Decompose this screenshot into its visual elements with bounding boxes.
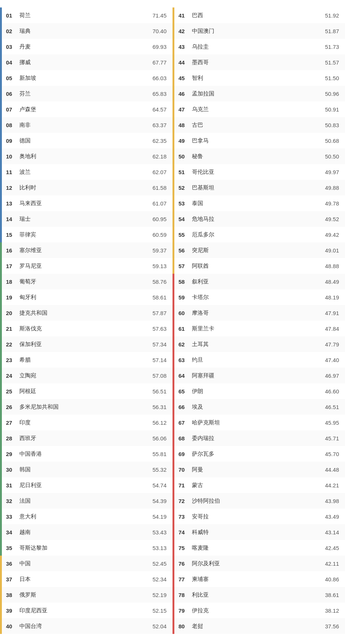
rank-color-bar (0, 383, 2, 399)
rank-number: 24 (6, 373, 19, 379)
score-value: 64.57 (146, 106, 172, 113)
rank-number: 78 (178, 592, 192, 598)
rank-color-bar (0, 336, 2, 352)
table-row: 70 阿曼44.48 (172, 462, 345, 477)
rank-number: 08 (6, 122, 19, 128)
score-value: 51.92 (319, 12, 345, 19)
rank-color-bar (172, 540, 174, 556)
rank-number: 53 (178, 200, 192, 207)
country-name: 摩洛哥 (192, 310, 209, 317)
rank-number: 54 (178, 216, 192, 222)
rank-number: 22 (6, 341, 19, 348)
table-row: 35 哥斯达黎加53.13 (0, 540, 172, 556)
rank-number: 38 (6, 592, 19, 598)
rank-color-bar (172, 556, 174, 571)
rank-number: 64 (178, 373, 192, 379)
score-value: 56.06 (146, 435, 172, 442)
score-value: 69.93 (146, 44, 172, 50)
country-name: 乌克兰 (192, 106, 209, 113)
rank-number: 16 (6, 247, 19, 254)
rank-number: 41 (178, 12, 192, 19)
score-value: 53.13 (146, 545, 172, 551)
rank-number: 65 (178, 388, 192, 395)
score-value: 62.18 (146, 153, 172, 160)
rank-color-bar (0, 415, 2, 430)
rank-number: 56 (178, 247, 192, 254)
table-row: 47 乌克兰50.91 (172, 101, 345, 117)
score-value: 49.78 (319, 200, 345, 207)
rank-color-bar (0, 556, 2, 571)
country-name: 希腊 (19, 356, 31, 364)
rank-color-bar (172, 399, 174, 415)
table-row: 61 斯里兰卡47.84 (172, 321, 345, 336)
score-value: 51.57 (319, 59, 345, 66)
score-value: 46.97 (319, 373, 345, 379)
table-row: 52 巴基斯坦49.88 (172, 180, 345, 195)
country-name: 阿尔及利亚 (192, 560, 220, 567)
rank-number: 28 (6, 435, 19, 442)
rank-number: 39 (6, 607, 19, 614)
table-row: 02 瑞典70.40 (0, 23, 172, 39)
rank-color-bar (172, 180, 174, 195)
score-value: 57.87 (146, 310, 172, 316)
country-name: 葡萄牙 (19, 278, 36, 285)
country-name: 荷兰 (19, 12, 31, 19)
rank-color-bar (0, 587, 2, 603)
rank-color-bar (172, 587, 174, 603)
score-value: 56.51 (146, 388, 172, 395)
rank-color-bar (172, 618, 174, 634)
rank-color-bar (172, 242, 174, 258)
country-name: 伊拉克 (192, 607, 209, 614)
rank-color-bar (0, 430, 2, 446)
rank-number: 55 (178, 232, 192, 238)
rank-number: 18 (6, 279, 19, 285)
table-row: 01 荷兰71.45 (0, 7, 172, 23)
table-row: 58 叙利亚48.49 (172, 274, 345, 289)
rank-color-bar (0, 493, 2, 509)
table-row: 39 印度尼西亚52.15 (0, 603, 172, 618)
country-name: 柬埔寨 (192, 576, 209, 583)
country-name: 安哥拉 (192, 513, 209, 520)
table-row: 62 土耳其47.79 (172, 336, 345, 352)
score-value: 50.91 (319, 106, 345, 113)
score-value: 65.83 (146, 91, 172, 97)
rank-number: 75 (178, 545, 192, 551)
country-name: 卢森堡 (19, 106, 36, 113)
rank-color-bar (0, 54, 2, 70)
rank-number: 50 (178, 153, 192, 160)
country-name: 中国香港 (19, 450, 42, 458)
rank-color-bar (0, 618, 2, 634)
rank-number: 34 (6, 529, 19, 535)
rank-color-bar (172, 430, 174, 446)
rank-number: 13 (6, 200, 19, 207)
rank-number: 20 (6, 310, 19, 316)
table-row: 75 喀麦隆42.45 (172, 540, 345, 556)
rank-color-bar (172, 336, 174, 352)
rank-number: 71 (178, 482, 192, 489)
score-value: 50.96 (319, 91, 345, 97)
country-name: 埃及 (192, 403, 203, 411)
score-value: 62.07 (146, 169, 172, 175)
table-row: 28 西班牙56.06 (0, 430, 172, 446)
table-row: 14 瑞士60.95 (0, 211, 172, 227)
score-value: 48.49 (319, 279, 345, 285)
table-row: 38 俄罗斯52.19 (0, 587, 172, 603)
rank-color-bar (172, 524, 174, 540)
table-row: 54 危地马拉49.52 (172, 211, 345, 227)
score-value: 50.68 (319, 138, 345, 144)
table-row: 08 南非63.37 (0, 117, 172, 133)
country-name: 马来西亚 (19, 200, 42, 207)
table-row: 49 巴拿马50.68 (172, 133, 345, 148)
table-row: 23 希腊57.14 (0, 352, 172, 368)
country-name: 斯洛伐克 (19, 325, 42, 332)
rank-number: 43 (178, 44, 192, 50)
score-value: 49.97 (319, 169, 345, 175)
score-value: 45.95 (319, 420, 345, 426)
table-row: 17 罗马尼亚59.13 (0, 258, 172, 274)
table-row: 63 约旦47.40 (172, 352, 345, 368)
country-name: 意大利 (19, 513, 36, 520)
rank-color-bar (172, 603, 174, 618)
rank-color-bar (172, 70, 174, 86)
country-name: 瑞典 (19, 28, 31, 35)
rank-number: 80 (178, 623, 192, 629)
